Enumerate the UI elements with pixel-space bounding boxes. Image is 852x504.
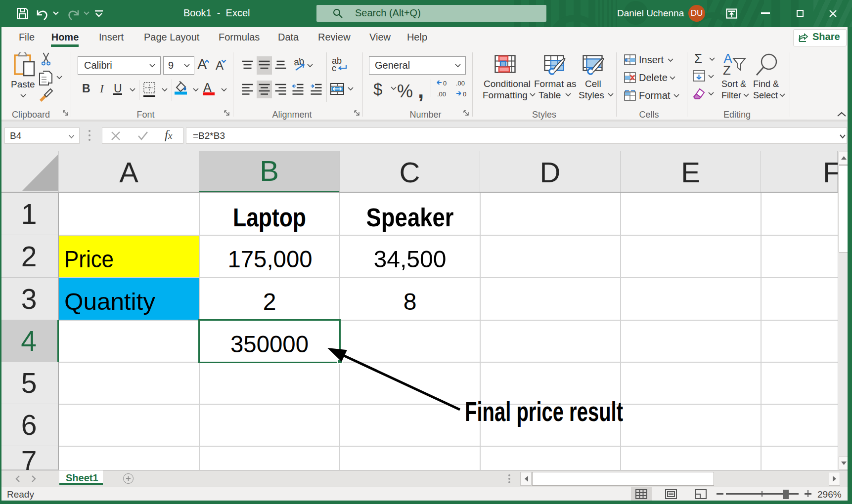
svg-text:0: 0 (443, 80, 447, 87)
svg-text:.00: .00 (456, 80, 465, 87)
svg-text:0: 0 (463, 90, 466, 98)
svg-text:.00: .00 (437, 90, 446, 98)
